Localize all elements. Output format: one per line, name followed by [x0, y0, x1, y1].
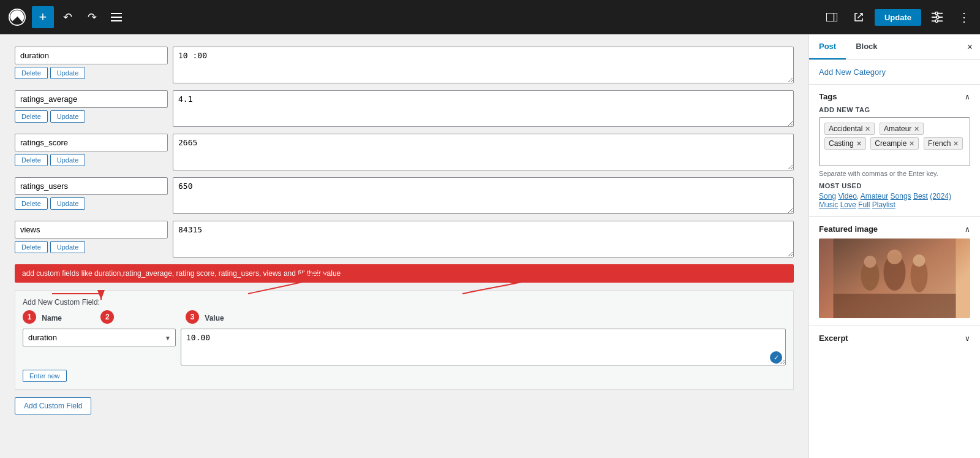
name-select[interactable]: duration ratings_average ratings_score r… — [23, 329, 176, 346]
field-name-ratings-score: Delete Update — [15, 134, 168, 166]
most-used-tag-2024[interactable]: (2024) — [930, 192, 951, 200]
update-button-duration[interactable]: Update — [50, 67, 85, 79]
delete-button-ratings-score[interactable]: Delete — [15, 154, 48, 166]
view-button[interactable] — [821, 6, 843, 28]
delete-button-ratings-users[interactable]: Delete — [15, 197, 48, 210]
tags-collapse-icon[interactable]: ∧ — [965, 93, 970, 101]
update-button-views[interactable]: Update — [50, 241, 85, 253]
custom-field-row-duration: Delete Update 10 :00 — [15, 47, 794, 85]
tools-button[interactable] — [105, 6, 127, 28]
tags-section-title: Tags — [819, 92, 837, 101]
most-used-tag-amateur[interactable]: Amateur — [861, 192, 888, 200]
excerpt-header[interactable]: Excerpt ∨ — [819, 334, 970, 343]
settings-button[interactable] — [926, 6, 948, 28]
field-value-duration: 10 :00 — [173, 47, 794, 85]
excerpt-section: Excerpt ∨ — [809, 326, 980, 350]
field-value-textarea-ratings-average[interactable]: 4.1 — [173, 90, 794, 127]
featured-image-placeholder — [819, 239, 970, 318]
tag-remove-french[interactable]: ✕ — [953, 140, 959, 148]
featured-image-title: Featured image — [819, 224, 878, 234]
update-button-ratings-score[interactable]: Update — [50, 154, 85, 166]
field-name-views: Delete Update — [15, 221, 168, 253]
most-used-tag-love[interactable]: Love — [840, 200, 856, 209]
tag-remove-accidental[interactable]: ✕ — [865, 125, 870, 133]
svg-rect-3 — [111, 20, 122, 21]
excerpt-toggle-icon[interactable]: ∨ — [965, 334, 970, 343]
delete-button-views[interactable]: Delete — [15, 241, 48, 253]
sidebar-close-button[interactable]: × — [960, 37, 980, 58]
most-used-tag-songs[interactable]: Songs — [891, 192, 911, 200]
field-value-textarea-ratings-users[interactable]: 650 — [173, 177, 794, 214]
external-link-button[interactable] — [848, 6, 870, 28]
tags-section: Tags ∧ ADD NEW TAG Accidental ✕ Amateur … — [809, 85, 980, 217]
tag-chip-accidental: Accidental ✕ — [824, 123, 875, 135]
value-textarea-new[interactable]: 10.00 — [181, 329, 786, 365]
most-used-tag-best[interactable]: Best — [913, 192, 928, 200]
featured-image-toggle-icon[interactable]: ∧ — [965, 225, 970, 234]
badge-1: 1 — [23, 310, 36, 324]
tag-label-french: French — [928, 139, 951, 148]
field-name-input-duration[interactable] — [15, 47, 168, 64]
most-used-tag-video[interactable]: Video, — [838, 192, 859, 200]
add-new-category-link[interactable]: Add New Category — [819, 67, 886, 77]
field-name-input-ratings-average[interactable] — [15, 90, 168, 108]
update-button[interactable]: Update — [875, 9, 921, 26]
add-block-button[interactable]: + — [32, 6, 54, 28]
svg-rect-5 — [826, 13, 834, 21]
wp-logo[interactable] — [5, 5, 29, 29]
tag-remove-casting[interactable]: ✕ — [856, 140, 862, 148]
annotation-banner: add custom fields like duration,rating_a… — [15, 264, 794, 283]
field-name-input-ratings-users[interactable] — [15, 177, 168, 195]
check-icon: ✓ — [770, 351, 782, 364]
field-value-textarea-ratings-score[interactable]: 2665 — [173, 134, 794, 170]
most-used-tags: Song Video, Amateur Songs Best (2024) Mu… — [819, 192, 970, 209]
redo-button[interactable]: ↷ — [81, 6, 103, 28]
field-name-duration: Delete Update — [15, 47, 168, 79]
tag-remove-amateur[interactable]: ✕ — [914, 125, 919, 133]
featured-image-header[interactable]: Featured image ∧ — [819, 224, 970, 234]
field-value-ratings-average: 4.1 — [173, 90, 794, 129]
most-used-tag-music[interactable]: Music — [819, 200, 838, 209]
custom-field-row-ratings-score: Delete Update 2665 — [15, 134, 794, 172]
add-custom-field-button[interactable]: Add Custom Field — [15, 397, 91, 414]
tag-label-creampie: Creampie — [875, 139, 907, 148]
name-select-wrapper: duration ratings_average ratings_score r… — [23, 329, 176, 346]
field-name-input-ratings-score[interactable] — [15, 134, 168, 151]
enter-new-button[interactable]: Enter new — [23, 370, 67, 382]
most-used-tag-full[interactable]: Full — [858, 200, 870, 209]
tag-chip-creampie: Creampie ✕ — [870, 137, 919, 150]
undo-button[interactable]: ↶ — [56, 6, 78, 28]
tags-header: Tags ∧ — [819, 92, 970, 101]
field-value-textarea-duration[interactable]: 10 :00 — [173, 47, 794, 83]
svg-rect-4 — [826, 13, 837, 21]
field-value-views: 84315 — [173, 221, 794, 259]
custom-fields-list: Delete Update 10 :00 Delete Update — [15, 47, 794, 259]
tags-hint: Separate with commas or the Enter key. — [819, 170, 970, 177]
update-button-ratings-average[interactable]: Update — [50, 110, 85, 123]
tag-label-amateur: Amateur — [884, 124, 911, 133]
featured-image-thumbnail[interactable] — [819, 239, 970, 318]
tab-post[interactable]: Post — [809, 34, 846, 59]
tab-block[interactable]: Block — [846, 34, 887, 59]
delete-button-duration[interactable]: Delete — [15, 67, 48, 79]
add-new-tag-label: ADD NEW TAG — [819, 106, 970, 113]
tags-container[interactable]: Accidental ✕ Amateur ✕ Casting ✕ Creampi… — [819, 117, 970, 166]
field-name-input-views[interactable] — [15, 221, 168, 239]
svg-point-22 — [913, 254, 925, 267]
field-value-textarea-views[interactable]: 84315 — [173, 221, 794, 258]
custom-field-row-ratings-average: Delete Update 4.1 — [15, 90, 794, 129]
name-column-header: 1 Name 2 — [23, 311, 181, 325]
excerpt-title: Excerpt — [819, 334, 848, 343]
most-used-tag-song[interactable]: Song — [819, 192, 836, 200]
sidebar-tabs: Post Block × — [809, 34, 980, 60]
categories-section: Add New Category — [809, 60, 980, 85]
most-used-tag-playlist[interactable]: Playlist — [872, 200, 895, 209]
tag-remove-creampie[interactable]: ✕ — [909, 140, 914, 148]
svg-rect-2 — [111, 17, 122, 18]
delete-button-ratings-average[interactable]: Delete — [15, 110, 48, 123]
options-button[interactable]: ⋮ — [953, 6, 975, 28]
badge-2: 2 — [100, 310, 114, 324]
svg-point-20 — [888, 250, 902, 264]
badge-3: 3 — [186, 310, 199, 324]
update-button-ratings-users[interactable]: Update — [50, 197, 85, 210]
